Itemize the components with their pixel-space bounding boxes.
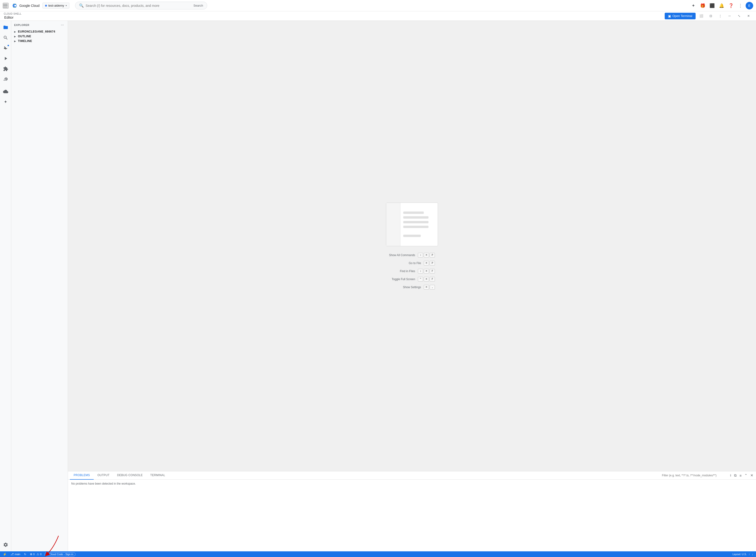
editor-header-actions: ▣ Open Terminal ⬜ ⊡ ⋮ ─ ⤡ ✕ (665, 12, 752, 20)
panel-content: No problems have been detected in the wo… (68, 480, 756, 551)
test-activity-icon[interactable] (1, 75, 10, 84)
tree-arrow-icon: ▶ (14, 30, 17, 33)
search-activity-icon[interactable] (1, 33, 10, 42)
user-avatar[interactable]: E (746, 2, 753, 9)
sidebar: Explorer ··· ▶ EURONCLEGANE_666674 ▶ OUT… (11, 21, 68, 551)
video-icon[interactable]: ⬜ (698, 12, 705, 20)
more-options-icon[interactable]: ⋮ (736, 1, 745, 10)
illus-line-5 (403, 235, 421, 237)
editor-header: Cloud Shell Editor ▣ Open Terminal ⬜ ⊡ ⋮… (0, 11, 756, 21)
editor-main: ✦ Explorer ··· ▶ EURONCLEGANE_666674 ▶ O… (0, 21, 756, 551)
shortcut-label-4: Toggle Full Screen (392, 277, 415, 281)
close-panel-btn[interactable]: ✕ (750, 473, 754, 478)
help-icon[interactable]: ❓ (727, 1, 735, 10)
project-indicator (45, 5, 47, 7)
source-control-activity-icon[interactable] (1, 43, 10, 53)
tab-terminal[interactable]: TERMINAL (146, 471, 169, 480)
cloud-code-sign-in[interactable]: ◈ Cloud Code - Sign in (44, 552, 76, 556)
shortcut-show-settings: Show Settings ⌘ , (389, 285, 435, 290)
no-problems-text: No problems have been detected in the wo… (71, 482, 136, 485)
extensions-activity-icon[interactable] (1, 64, 10, 74)
tree-item-label-timeline: TIMELINE (18, 39, 32, 43)
hamburger-menu-button[interactable] (3, 3, 8, 8)
sync-icon: ↻ (24, 553, 26, 556)
status-git-branch[interactable]: ⎇ main (9, 551, 21, 557)
tree-item-label-euron: EURONCLEGANE_666674 (18, 30, 55, 33)
cloud-shell-nav-icon[interactable]: ⬛ (708, 1, 716, 10)
filter-icon-btn[interactable]: ⫲ (729, 473, 732, 478)
activity-bar: ✦ (0, 21, 11, 551)
shortcut-keys-4: ^ ⌘ F (418, 277, 435, 282)
collapse-icon-btn[interactable]: ⌃ (744, 473, 748, 478)
more-header-icon[interactable]: ⋮ (716, 12, 724, 20)
illustration-content (400, 203, 438, 246)
key-ctrl-4: ^ (418, 277, 423, 282)
tab-problems[interactable]: PROBLEMS (70, 471, 94, 480)
notifications-icon[interactable]: 🔔 (717, 1, 726, 10)
tree-item-euron[interactable]: ▶ EURONCLEGANE_666674 (11, 29, 68, 34)
key-comma-5: , (430, 285, 435, 290)
editor-outer: Show All Commands ⇧ ⌘ P Go to File ⌘ P (68, 21, 756, 551)
bottom-panel: PROBLEMS OUTPUT DEBUG CONSOLE TERMINAL ⫲… (68, 471, 756, 551)
global-search-bar[interactable]: 🔍 Search (75, 2, 207, 9)
panel-tabs: PROBLEMS OUTPUT DEBUG CONSOLE TERMINAL ⫲… (68, 471, 756, 480)
shortcut-keys-3: ⇧ ⌘ F (418, 269, 435, 273)
settings-activity-icon[interactable] (1, 540, 10, 550)
project-selector[interactable]: test-aidemy ▾ (43, 3, 69, 8)
shortcuts-section: Show All Commands ⇧ ⌘ P Go to File ⌘ P (389, 253, 435, 290)
tab-debug-console[interactable]: DEBUG CONSOLE (113, 471, 146, 480)
key-cmd-2: ⌘ (424, 261, 429, 266)
key-p-1: P (430, 253, 435, 258)
shortcut-toggle-fullscreen: Toggle Full Screen ^ ⌘ F (389, 277, 435, 282)
tab-output[interactable]: OUTPUT (94, 471, 113, 480)
remote-icon: ⚡ (3, 553, 7, 556)
google-cloud-logo[interactable]: Google Cloud (11, 2, 40, 9)
panel-filter-input[interactable] (662, 474, 728, 477)
illustration-sidebar (386, 203, 400, 246)
dropdown-arrow-icon: ▾ (65, 4, 67, 7)
status-bar-right: Layout: U.S. ↑ ↓ (731, 553, 754, 556)
shortcut-find-in-files: Find in Files ⇧ ⌘ F (389, 269, 435, 273)
status-up-icon[interactable]: ↑ (748, 553, 751, 556)
sidebar-more-button[interactable]: ··· (60, 22, 65, 28)
open-terminal-label: Open Terminal (672, 14, 692, 18)
key-cmd-5: ⌘ (424, 285, 429, 290)
minimize-icon[interactable]: ─ (726, 12, 733, 20)
shortcut-show-all-commands: Show All Commands ⇧ ⌘ P (389, 253, 435, 258)
layout-icon[interactable]: ⊡ (707, 12, 715, 20)
run-debug-activity-icon[interactable] (1, 54, 10, 63)
status-down-icon[interactable]: ↓ (751, 553, 754, 556)
sidebar-header: Explorer ··· (11, 21, 68, 29)
explorer-activity-icon[interactable] (1, 23, 10, 32)
top-navigation: Google Cloud test-aidemy ▾ 🔍 Search ✦ 🎁 … (0, 0, 756, 11)
shortcut-keys-5: ⌘ , (424, 285, 435, 290)
key-f-3: F (430, 269, 435, 273)
search-button[interactable]: Search (194, 4, 203, 7)
open-terminal-button[interactable]: ▣ Open Terminal (665, 13, 696, 19)
cloud-activity-icon[interactable] (1, 87, 10, 96)
status-layout[interactable]: Layout: U.S. (731, 553, 748, 556)
status-errors[interactable]: ⊗ 0 ⚠ 0 (29, 551, 43, 557)
key-f-4: F (430, 277, 435, 282)
status-sync-icon[interactable]: ↻ (23, 551, 27, 557)
panel-filter-area: ⫲ ⧉ ≡ ⌃ ✕ (662, 473, 754, 478)
logo-text: Google Cloud (19, 4, 40, 7)
search-input[interactable] (86, 4, 192, 7)
key-shift-1: ⇧ (418, 253, 423, 258)
tree-item-outline[interactable]: ▶ OUTLINE (11, 34, 68, 39)
gift-nav-icon[interactable]: 🎁 (698, 1, 707, 10)
copy-icon-btn[interactable]: ⧉ (733, 473, 737, 478)
wrap-icon-btn[interactable]: ≡ (739, 473, 742, 478)
error-count: 0 (33, 553, 35, 556)
sidebar-title: Explorer (14, 24, 29, 26)
shortcut-keys-2: ⌘ P (424, 261, 435, 266)
status-bar: ⚡ ⎇ main ↻ ⊗ 0 ⚠ 0 ◈ Cloud Code - Sign i… (0, 551, 756, 557)
status-remote-icon[interactable]: ⚡ (2, 551, 7, 557)
gemini-activity-icon[interactable]: ✦ (1, 97, 10, 107)
illus-line-4 (403, 226, 428, 228)
tree-item-timeline[interactable]: ▶ TIMELINE (11, 39, 68, 43)
down-icon: ↓ (752, 553, 753, 556)
close-icon[interactable]: ✕ (745, 12, 752, 20)
gemini-nav-icon[interactable]: ✦ (689, 1, 698, 10)
maximize-icon[interactable]: ⤡ (735, 12, 743, 20)
